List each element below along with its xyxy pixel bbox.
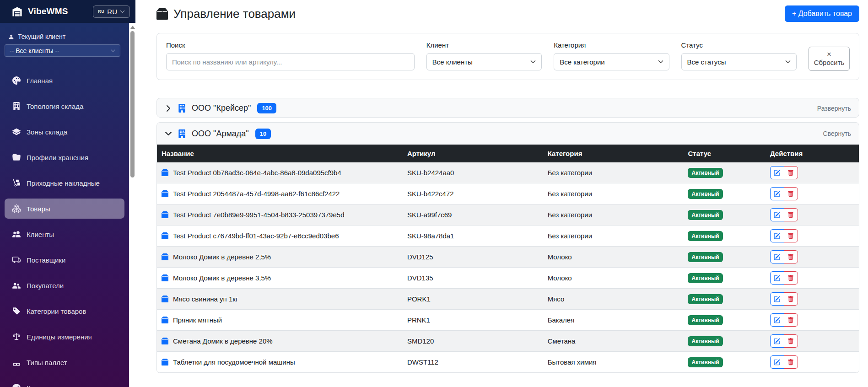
search-input[interactable] [166, 53, 415, 70]
edit-icon [774, 317, 780, 323]
column-header-name: Название [157, 145, 403, 162]
current-client-select[interactable]: -- Все клиенты -- [5, 44, 120, 57]
status-badge: Активный [688, 336, 722, 346]
delete-button[interactable] [784, 166, 798, 179]
edit-button[interactable] [770, 166, 784, 179]
product-category: Без категории [543, 226, 684, 247]
trash-icon [787, 254, 794, 260]
product-sku: PRNK1 [403, 310, 543, 331]
delete-button[interactable] [784, 313, 798, 327]
sidebar-item-dolly[interactable]: Приходные накладные [5, 173, 124, 193]
column-header-sku: Артикул [403, 145, 543, 162]
client-group-name: ООО "Крейсер" [192, 103, 251, 113]
language-switcher[interactable]: RU RU [93, 5, 130, 18]
box-icon [162, 359, 168, 366]
edit-button[interactable] [770, 208, 784, 221]
trash-icon [787, 338, 794, 344]
sidebar-item-folder[interactable]: Профили хранения [5, 147, 124, 167]
product-sku: SMD120 [403, 331, 543, 352]
box-icon [162, 190, 168, 197]
sidebar-item-truck[interactable]: Поставщики [5, 250, 124, 270]
check-circle-icon [12, 384, 21, 387]
delete-button[interactable] [784, 208, 798, 221]
product-name: Пряник мятный [173, 316, 222, 324]
category-filter-label: Категория [554, 41, 669, 49]
delete-button[interactable] [784, 292, 798, 306]
trash-icon [787, 317, 794, 323]
box-icon [162, 338, 168, 344]
collapse-group-link[interactable]: Свернуть [823, 130, 851, 137]
building-icon [12, 102, 21, 110]
column-header-category: Категория [543, 145, 684, 162]
delete-button[interactable] [784, 271, 798, 285]
edit-button[interactable] [770, 229, 784, 242]
edit-button[interactable] [770, 187, 784, 200]
filters-panel: Поиск Клиент Все клиенты Категория Все к… [156, 33, 859, 80]
table-row: Молоко Домик в деревне 3,5% DVD135 Молок… [157, 268, 859, 289]
chevron-right-icon[interactable] [165, 105, 172, 112]
expand-group-link[interactable]: Развернуть [817, 105, 851, 112]
edit-button[interactable] [770, 292, 784, 306]
sidebar-item-scale[interactable]: Единицы измерения [5, 327, 124, 347]
language-code: RU [107, 8, 117, 16]
table-row: Test Product c76749bd-ff01-43ac-92b7-e6c… [157, 226, 859, 247]
sidebar-item-palette[interactable]: Главная [5, 70, 124, 91]
sidebar-item-user-friends[interactable]: Покупатели [5, 275, 124, 296]
product-sku: SKU-b422c472 [403, 183, 543, 204]
trash-icon [787, 191, 794, 197]
sidebar: VibeWMS RU RU Текущий клиент -- Все клие… [0, 0, 135, 387]
edit-icon [774, 212, 780, 218]
edit-button[interactable] [770, 313, 784, 327]
edit-button[interactable] [770, 334, 784, 348]
sidebar-item-pallet[interactable]: Типы паллет [5, 352, 124, 372]
client-group-name: ООО "Армада" [192, 129, 249, 139]
status-badge: Активный [688, 210, 722, 220]
product-sku: DWST112 [403, 352, 543, 373]
user-friends-icon [12, 281, 21, 290]
box-icon [162, 317, 168, 323]
status-badge: Активный [688, 294, 722, 304]
product-category: Бакалея [543, 310, 684, 331]
box-icon [162, 296, 168, 302]
product-name: Сметана Домик в деревне 20% [173, 337, 273, 345]
client-filter-label: Клиент [426, 41, 542, 49]
sidebar-item-layers[interactable]: Зоны склада [5, 122, 124, 142]
chevron-down-icon [120, 9, 125, 14]
edit-icon [774, 233, 780, 239]
delete-button[interactable] [784, 187, 798, 200]
sidebar-scrollbar[interactable] [129, 23, 135, 387]
product-count-badge: 10 [255, 129, 271, 139]
current-client-label: Текущий клиент [8, 33, 122, 40]
chevron-down-icon [530, 59, 536, 64]
sidebar-item-people[interactable]: Клиенты [5, 224, 124, 244]
sidebar-item-tag[interactable]: Категории товаров [5, 301, 124, 321]
sidebar-item-check-circle[interactable]: Качество [5, 378, 124, 387]
product-name: Мясо свинина уп 1кг [173, 295, 238, 303]
status-filter-select[interactable]: Все статусы [681, 53, 797, 70]
edit-button[interactable] [770, 355, 784, 369]
product-category: Мясо [543, 289, 684, 310]
delete-button[interactable] [784, 229, 798, 242]
sidebar-item-building[interactable]: Топология склада [5, 96, 124, 116]
status-badge: Активный [688, 252, 722, 262]
edit-icon [774, 359, 780, 366]
category-filter-value: Все категории [560, 58, 605, 66]
scroll-up-arrow-icon[interactable] [130, 26, 135, 29]
status-filter-value: Все статусы [687, 58, 726, 66]
delete-button[interactable] [784, 355, 798, 369]
scrollbar-thumb[interactable] [130, 31, 135, 177]
add-product-button[interactable]: + Добавить товар [785, 5, 859, 22]
edit-button[interactable] [770, 250, 784, 263]
category-filter-select[interactable]: Все категории [554, 53, 669, 70]
reset-filters-button[interactable]: × Сбросить [809, 47, 850, 71]
layers-icon [12, 128, 21, 136]
sidebar-item-boxes[interactable]: Товары [5, 199, 124, 219]
delete-button[interactable] [784, 334, 798, 348]
client-filter-select[interactable]: Все клиенты [426, 53, 542, 70]
delete-button[interactable] [784, 250, 798, 263]
chevron-down-icon[interactable] [165, 130, 172, 137]
search-label: Поиск [166, 41, 415, 49]
building-icon [178, 129, 186, 138]
chevron-down-icon [111, 48, 115, 53]
edit-button[interactable] [770, 271, 784, 285]
